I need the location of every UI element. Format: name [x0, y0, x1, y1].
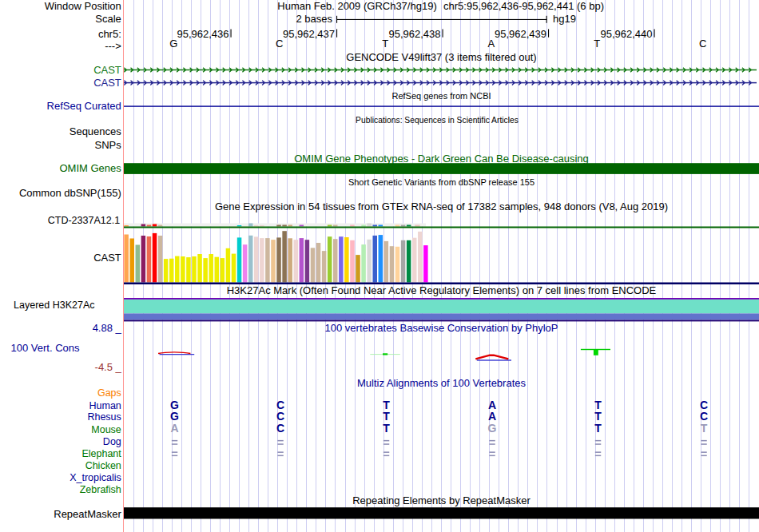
svg-text:OMIM Genes: OMIM Genes: [60, 162, 122, 174]
svg-text:GENCODE V49lift37 (3 items fil: GENCODE V49lift37 (3 items filtered out): [346, 51, 536, 63]
svg-text:95,962,437: 95,962,437: [283, 28, 335, 40]
svg-text:T: T: [383, 399, 390, 411]
svg-text:Layered H3K27Ac: Layered H3K27Ac: [14, 300, 94, 311]
svg-text:RefSeq Curated: RefSeq Curated: [47, 100, 121, 112]
svg-text:CTD-2337A12.1: CTD-2337A12.1: [48, 215, 120, 226]
svg-text:T: T: [383, 422, 390, 435]
svg-text:Publications: Sequences in Sci: Publications: Sequences in Scientific Ar…: [356, 116, 519, 125]
svg-text:95,962,440: 95,962,440: [600, 28, 652, 40]
svg-text:A: A: [488, 399, 496, 411]
svg-text:RefSeq genes from NCBI: RefSeq genes from NCBI: [391, 91, 491, 101]
svg-text:T: T: [383, 410, 390, 423]
svg-text:Chicken: Chicken: [85, 460, 121, 471]
svg-text:Rhesus: Rhesus: [87, 411, 121, 423]
svg-text:-4.5 _: -4.5 _: [95, 361, 122, 373]
svg-text:95,962,439: 95,962,439: [495, 28, 546, 40]
svg-text:hg19: hg19: [553, 13, 576, 25]
svg-text:T: T: [382, 38, 388, 50]
svg-text:G: G: [169, 38, 177, 50]
svg-text:SNPs: SNPs: [95, 139, 122, 151]
svg-text:Repeating Elements by RepeatMa: Repeating Elements by RepeatMasker: [352, 494, 531, 506]
svg-text:A: A: [487, 38, 495, 50]
svg-text:Mouse: Mouse: [91, 424, 121, 435]
svg-text:T: T: [594, 422, 602, 435]
svg-text:C: C: [276, 38, 283, 50]
svg-text:CAST: CAST: [93, 77, 121, 89]
svg-text:A: A: [488, 410, 496, 423]
svg-text:Window Position: Window Position: [45, 0, 121, 12]
svg-text:C: C: [276, 410, 284, 423]
svg-text:95,962,438: 95,962,438: [388, 28, 440, 40]
svg-text:H3K27Ac Mark (Often Found Near: H3K27Ac Mark (Often Found Near Active Re…: [227, 284, 657, 296]
svg-text:C: C: [276, 422, 284, 435]
svg-text:Scale: Scale: [95, 13, 121, 25]
svg-text:T: T: [594, 410, 602, 423]
svg-text:--->: --->: [105, 40, 121, 52]
svg-text:CAST: CAST: [93, 252, 121, 264]
svg-text:Human Feb. 2009 (GRCh37/hg19): Human Feb. 2009 (GRCh37/hg19): [277, 0, 436, 12]
svg-text:CAST: CAST: [93, 64, 121, 76]
svg-text:100 vertebrates Basewise Conse: 100 vertebrates Basewise Conservation by…: [325, 322, 558, 334]
svg-text:A: A: [170, 422, 178, 435]
svg-text:T: T: [594, 38, 600, 50]
svg-text:Sequences: Sequences: [70, 125, 122, 137]
svg-text:C: C: [700, 399, 708, 411]
svg-text:C: C: [699, 38, 706, 50]
svg-text:Dog: Dog: [103, 436, 121, 447]
svg-text:Multiz Alignments of 100 Verte: Multiz Alignments of 100 Vertebrates: [357, 377, 527, 389]
svg-text:2 bases: 2 bases: [296, 13, 332, 25]
svg-text:Short Genetic Variants from db: Short Genetic Variants from dbSNP releas…: [348, 177, 534, 187]
svg-text:Gaps: Gaps: [97, 387, 121, 399]
svg-text:95,962,436: 95,962,436: [177, 28, 228, 40]
svg-text:C: C: [700, 410, 708, 423]
svg-text:C: C: [276, 399, 284, 411]
svg-text:100 Vert. Cons: 100 Vert. Cons: [11, 342, 80, 354]
svg-text:RepeatMasker: RepeatMasker: [54, 508, 121, 520]
svg-text:T: T: [701, 422, 708, 435]
svg-text:OMIM Gene Phenotypes - Dark Gr: OMIM Gene Phenotypes - Dark Green Can Be…: [294, 153, 589, 165]
svg-text:T: T: [594, 399, 602, 411]
svg-text:G: G: [170, 399, 179, 411]
svg-text:chr5:95,962,436-95,962,441 (6: chr5:95,962,436-95,962,441 (6 bp): [443, 0, 604, 12]
svg-text:G: G: [170, 410, 179, 423]
svg-text:G: G: [488, 422, 497, 435]
svg-text:Elephant: Elephant: [81, 448, 121, 459]
svg-text:Gene Expression in 54 tissues: Gene Expression in 54 tissues from GTEx …: [215, 200, 668, 212]
svg-text:Zebrafish: Zebrafish: [80, 484, 121, 495]
svg-text:chr5:: chr5:: [98, 28, 121, 40]
svg-text:Common dbSNP(155): Common dbSNP(155): [19, 187, 121, 199]
svg-text:X_tropicalis: X_tropicalis: [70, 472, 121, 483]
svg-text:4.88 _: 4.88 _: [93, 322, 122, 334]
svg-text:Human: Human: [89, 400, 121, 411]
